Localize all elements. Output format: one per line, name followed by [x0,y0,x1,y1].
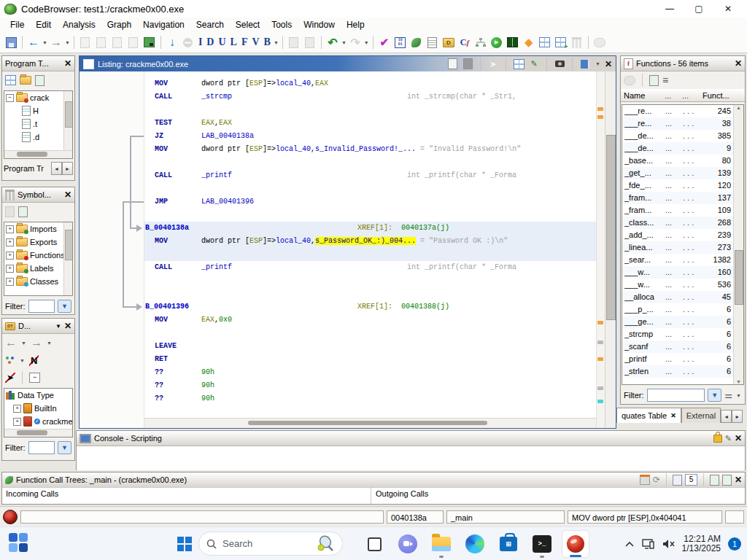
widgets-icon[interactable] [9,533,28,552]
listing-label[interactable]: B_0040138a [145,222,189,235]
edit-function-icon[interactable] [624,76,635,85]
filter-options-icon[interactable]: ▼ [58,441,71,454]
memory-map-icon[interactable] [506,34,520,50]
home-icon[interactable] [640,475,650,485]
bookmark-marker[interactable] [597,115,603,119]
listing-instruction-row[interactable]: CALL_strcmpint _strcmp(char * _Str1, [144,90,596,104]
conflict-dots-icon[interactable] [5,356,15,365]
expand-outgoing-icon[interactable] [722,475,732,486]
mnemonic[interactable]: CALL [155,90,172,104]
tree-node-builtin[interactable]: + BuiltIn [4,402,72,415]
mnemonic[interactable]: TEST [155,117,172,130]
snapshot-camera-icon[interactable] [554,58,565,70]
operands[interactable]: 90h [201,379,214,392]
bookmark-marker[interactable] [597,357,603,361]
mnemonic[interactable]: LEAVE [155,340,177,353]
depth-spinner[interactable]: 5 [685,474,697,486]
clock[interactable]: 12:21 AM 1/13/2025 [682,534,721,553]
cast-device-icon[interactable] [642,539,655,549]
listing-instruction-row[interactable]: MOVdword ptr [ESP]=>local_40,s_Password_… [144,235,596,248]
function-row[interactable]: ___re....... . .38 [622,117,743,130]
mnemonic[interactable]: JZ [155,130,163,143]
diamond-bookmark-icon[interactable]: ◆ [522,34,536,50]
toolbar-letter-v[interactable]: V [249,36,261,48]
program-tree-close-icon[interactable]: ✕ [64,58,71,69]
copy-icon[interactable] [110,34,125,50]
bytes-viewer-icon[interactable]: 1001 [393,34,408,50]
function-row[interactable]: _add_....... . .239 [622,229,743,241]
paste-symbol-icon[interactable] [18,206,28,217]
listing-instruction-row[interactable]: CALL_printfint _printf(char * _Forma [144,169,596,182]
filter-clear-icon[interactable]: ▼ [708,389,721,402]
function-row[interactable]: _strcmp.... . .6 [622,328,743,341]
tabs-scroll-left-icon[interactable]: ◄ [721,410,732,423]
cursor-marker[interactable] [597,400,603,403]
listing-instruction-row[interactable]: ??90h [144,392,596,405]
filter-dropdown-icon[interactable]: ▼ [736,393,741,398]
tab-external[interactable]: External [681,408,721,423]
diff-view-icon[interactable] [513,58,525,70]
expand-icon[interactable]: + [6,225,14,233]
tree-node-section[interactable]: H [4,104,72,117]
console-close-icon[interactable]: ✕ [735,433,742,443]
nav-back-icon[interactable]: ← [26,34,41,50]
clear-code-icon[interactable] [181,34,196,50]
redo-dropdown-icon[interactable]: ▼ [364,40,369,45]
call-trees-close-icon[interactable]: ✕ [735,475,742,485]
function-row[interactable]: _base....... . .80 [622,155,743,167]
listing-hscrollbar[interactable] [144,418,596,428]
function-row[interactable]: ___re....... . .245 [622,105,743,117]
data-table-icon[interactable] [538,34,552,50]
listing-blank-row[interactable] [144,327,596,340]
function-row[interactable]: ___de....... . .385 [622,130,743,142]
function-row[interactable]: _get_....... . .139 [622,167,743,179]
tree-node-dtm-root[interactable]: Data Type [4,389,72,402]
tree-node-program-archive[interactable]: + ✓ crackme0x00.exe [4,415,72,428]
tree-node-classes[interactable]: +Classes [4,275,72,288]
mnemonic[interactable]: RET [155,353,168,366]
symbol-tree-close-icon[interactable]: ✕ [64,190,71,200]
book-dropdown-icon[interactable]: ▼ [595,61,600,66]
listing-blank-row[interactable] [144,287,596,300]
memory-snapshot-icon[interactable] [142,34,157,50]
copy-special-icon[interactable] [78,34,93,50]
operands[interactable]: 90h [201,392,214,405]
listing-blank-row[interactable] [144,182,596,195]
function-row[interactable]: _printf.... . .6 [622,353,743,365]
mnemonic[interactable]: JMP [155,195,168,209]
listing-label[interactable]: B_00401396 [145,300,189,314]
collapse-all-icon[interactable]: − [29,373,40,383]
collapse-icon[interactable]: − [6,94,14,102]
tree-node-program-root[interactable]: − crack [4,91,72,104]
operands[interactable]: 90h [201,366,214,379]
program-tree-hscrollbar[interactable] [4,150,72,158]
function-row[interactable]: _fram....... . .137 [622,192,743,204]
dtm-hscrollbar[interactable] [4,429,72,437]
menu-file[interactable]: File [4,18,30,31]
functions-table-header[interactable]: Name ... ... Funct... [621,89,745,102]
toolbar-letter-d[interactable]: D [204,36,216,48]
expand-icon[interactable]: + [6,252,14,260]
mnemonic[interactable]: CALL [155,261,172,274]
snapshot-copy-icon[interactable] [287,34,301,50]
listing-instruction-row[interactable]: RET [144,353,596,366]
operands[interactable]: EAX,0x0 [201,314,232,327]
menu-search[interactable]: Search [190,18,230,31]
cursor-select-icon[interactable]: ➤ [487,58,499,70]
make-selection-icon[interactable] [649,75,659,86]
tree-node-section[interactable]: .d [4,131,72,144]
tab-scroll-left-icon[interactable]: ◄ [51,162,62,175]
outgoing-calls-pane[interactable]: Outgoing Calls [372,487,745,504]
functions-close-icon[interactable]: ✕ [735,58,742,69]
listing-blank-row[interactable] [144,104,596,117]
file-explorer-button[interactable] [427,530,455,558]
toolbar-letter-b[interactable]: B [262,36,273,48]
dtm-filter-input[interactable] [28,441,55,454]
function-row[interactable]: _fde_....... . .120 [622,179,743,192]
run-icon[interactable]: ▶ [489,34,504,50]
operands[interactable]: EAX,EAX [201,117,232,130]
listing-instruction-row[interactable]: JMPLAB_00401396 [144,195,596,209]
listing-instruction-row[interactable]: MOVdword ptr [ESP]=>local_40,EAX [144,77,596,90]
stamp-icon[interactable] [5,206,15,217]
filter-options-icon[interactable]: ▼ [58,300,71,313]
